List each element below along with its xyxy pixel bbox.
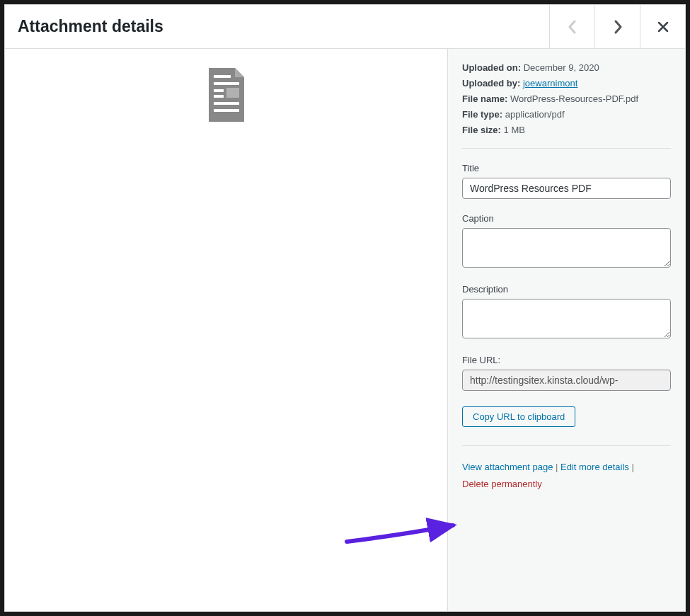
title-field: Title xyxy=(462,163,671,199)
file-size-value: 1 MB xyxy=(504,125,525,135)
caption-input[interactable] xyxy=(462,228,671,268)
modal-body: Uploaded on: December 9, 2020 Uploaded b… xyxy=(5,49,685,611)
file-type-label: File type: xyxy=(462,109,502,120)
caption-label: Caption xyxy=(462,213,671,224)
svg-rect-4 xyxy=(214,95,224,98)
close-icon xyxy=(657,21,669,33)
description-input[interactable] xyxy=(462,299,671,338)
header-nav-buttons xyxy=(549,5,685,48)
modal-title: Attachment details xyxy=(18,17,163,36)
description-label: Description xyxy=(462,284,671,295)
attachment-preview xyxy=(5,49,448,611)
meta-info: Uploaded on: December 9, 2020 Uploaded b… xyxy=(462,60,671,149)
svg-rect-6 xyxy=(214,109,239,112)
edit-more-link[interactable]: Edit more details xyxy=(560,462,629,472)
fileurl-label: File URL: xyxy=(462,355,671,365)
caption-field: Caption xyxy=(462,213,671,270)
file-name-value: WordPress-Resources-PDF.pdf xyxy=(510,93,638,104)
chevron-right-icon xyxy=(612,18,623,35)
uploaded-on-value: December 9, 2020 xyxy=(524,62,599,73)
view-attachment-link[interactable]: View attachment page xyxy=(462,462,553,472)
chevron-left-icon xyxy=(567,18,578,35)
prev-button xyxy=(549,5,594,48)
file-type-row: File type: application/pdf xyxy=(462,107,671,122)
title-input[interactable] xyxy=(462,178,671,199)
action-links: View attachment page | Edit more details… xyxy=(462,445,671,492)
svg-rect-0 xyxy=(214,75,231,78)
uploaded-on-row: Uploaded on: December 9, 2020 xyxy=(462,60,671,76)
svg-rect-5 xyxy=(214,102,239,105)
file-type-value: application/pdf xyxy=(505,109,565,120)
uploaded-on-label: Uploaded on: xyxy=(462,62,521,73)
svg-rect-2 xyxy=(214,89,224,92)
copy-url-button[interactable]: Copy URL to clipboard xyxy=(462,406,575,427)
description-field: Description xyxy=(462,284,671,341)
file-size-row: File size: 1 MB xyxy=(462,122,671,138)
modal-header: Attachment details xyxy=(5,5,685,49)
document-file-icon xyxy=(205,67,248,123)
uploaded-by-label: Uploaded by: xyxy=(462,78,520,89)
file-name-row: File name: WordPress-Resources-PDF.pdf xyxy=(462,91,671,107)
svg-rect-1 xyxy=(214,82,239,85)
separator: | xyxy=(631,462,633,472)
file-name-label: File name: xyxy=(462,93,507,104)
close-button[interactable] xyxy=(640,5,685,48)
attachment-details-modal: Attachment details xyxy=(4,4,686,612)
uploaded-by-row: Uploaded by: joewarnimont xyxy=(462,76,671,91)
details-sidebar: Uploaded on: December 9, 2020 Uploaded b… xyxy=(448,49,685,611)
svg-rect-3 xyxy=(226,88,239,98)
delete-link[interactable]: Delete permanently xyxy=(462,479,542,489)
file-size-label: File size: xyxy=(462,125,501,135)
uploaded-by-link[interactable]: joewarnimont xyxy=(523,78,577,89)
fileurl-field: File URL: xyxy=(462,355,671,391)
separator: | xyxy=(556,462,560,472)
next-button[interactable] xyxy=(594,5,640,48)
title-label: Title xyxy=(462,163,671,173)
fileurl-input[interactable] xyxy=(462,370,671,391)
